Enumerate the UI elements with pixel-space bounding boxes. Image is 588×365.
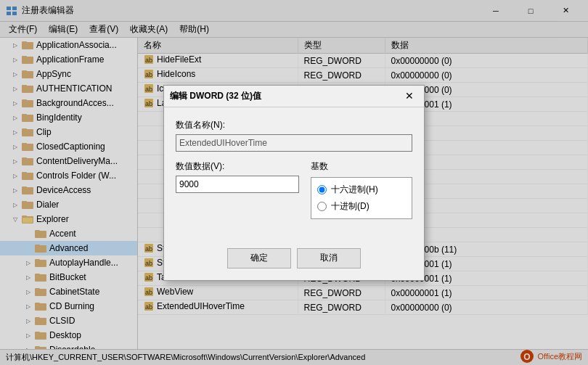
base-column: 基数 十六进制(H) 十进制(D) [311, 160, 412, 219]
dialog-title-bar: 编辑 DWORD (32 位)值 ✕ [164, 86, 424, 107]
dialog-close-button[interactable]: ✕ [401, 87, 418, 104]
dialog-overlay: 编辑 DWORD (32 位)值 ✕ 数值名称(N): 数值数据(V): 基数 … [0, 0, 588, 365]
base-radio-group: 十六进制(H) 十进制(D) [311, 177, 412, 219]
base-label: 基数 [311, 160, 412, 173]
dialog-buttons: 确定 取消 [164, 242, 424, 280]
dec-label: 十进制(D) [331, 200, 369, 213]
cancel-button[interactable]: 取消 [297, 248, 361, 268]
hex-radio[interactable] [317, 185, 327, 194]
data-input[interactable] [176, 176, 299, 193]
hex-label: 十六进制(H) [331, 184, 378, 196]
name-input[interactable] [176, 134, 412, 152]
value-column: 数值数据(V): [176, 160, 299, 219]
dword-edit-dialog: 编辑 DWORD (32 位)值 ✕ 数值名称(N): 数值数据(V): 基数 … [163, 85, 425, 281]
ok-button[interactable]: 确定 [227, 248, 291, 268]
dialog-content: 数值名称(N): 数值数据(V): 基数 十六进制(H) [164, 107, 424, 242]
data-label: 数值数据(V): [176, 160, 299, 173]
dec-radio[interactable] [317, 202, 327, 211]
value-base-row: 数值数据(V): 基数 十六进制(H) 十进制(D) [176, 160, 412, 219]
name-label: 数值名称(N): [176, 119, 412, 131]
hex-radio-item[interactable]: 十六进制(H) [317, 184, 406, 196]
dialog-title: 编辑 DWORD (32 位)值 [170, 90, 401, 102]
dec-radio-item[interactable]: 十进制(D) [317, 200, 406, 213]
